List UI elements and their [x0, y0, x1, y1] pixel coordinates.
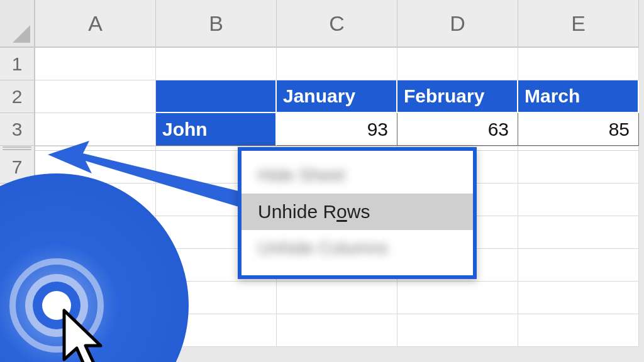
cell-d2-header-feb[interactable]: February [397, 80, 518, 113]
row-head-3[interactable]: 3 [0, 113, 35, 146]
column-headers: A B C D E [35, 0, 639, 48]
cell-a2[interactable] [35, 80, 156, 113]
cell-e7[interactable] [518, 151, 639, 184]
grid-row-3: John 93 63 85 [35, 113, 639, 146]
gap-a [35, 146, 156, 151]
cell-d-blank3[interactable] [397, 282, 518, 314]
hidden-rows-indicator[interactable] [0, 146, 35, 151]
col-head-b[interactable]: B [156, 0, 277, 48]
select-all-corner[interactable] [0, 0, 35, 48]
cell-c3-value[interactable]: 93 [277, 113, 397, 146]
row-head-2[interactable]: 2 [0, 80, 35, 113]
cell-b3-name[interactable]: John [156, 113, 277, 146]
menu-label-suffix: ws [347, 201, 370, 222]
col-head-a[interactable]: A [35, 0, 156, 48]
menu-item-hide-sheet[interactable]: Hide Sheet [242, 157, 473, 194]
cell-e-blank4[interactable] [518, 314, 639, 347]
menu-item-unhide-columns[interactable]: Unhide Columns [242, 230, 473, 266]
col-head-c[interactable]: C [277, 0, 397, 48]
menu-label-prefix: Unhide R [258, 201, 336, 222]
col-head-e[interactable]: E [518, 0, 639, 48]
select-all-triangle-icon [13, 25, 30, 43]
cursor-icon [57, 305, 132, 362]
cell-c1[interactable] [277, 48, 397, 80]
context-menu: Hide Sheet Unhide Rows Unhide Columns [238, 147, 477, 279]
cell-a3[interactable] [35, 113, 156, 146]
gap-e [518, 146, 639, 151]
menu-label-underline: o [336, 201, 347, 222]
cell-a1[interactable] [35, 48, 156, 80]
cell-c2-header-jan[interactable]: January [277, 80, 397, 113]
cell-e1[interactable] [518, 48, 639, 80]
cell-e8[interactable] [518, 184, 639, 216]
grid-row-2: January February March [35, 80, 639, 113]
cell-e-blank2[interactable] [518, 249, 639, 282]
cell-b2-header-blank[interactable] [156, 80, 277, 113]
grid-row-1 [35, 48, 639, 80]
cell-d3-value[interactable]: 63 [397, 113, 518, 146]
row-head-1[interactable]: 1 [0, 48, 35, 80]
cell-e-blank[interactable] [518, 216, 639, 249]
spreadsheet-viewport: A B C D E 1 2 3 7 8 . . . . January Febr… [0, 0, 644, 362]
menu-item-unhide-rows[interactable]: Unhide Rows [242, 194, 473, 230]
col-head-d[interactable]: D [397, 0, 518, 48]
cell-b1[interactable] [156, 48, 277, 80]
cell-c-blank3[interactable] [277, 282, 397, 314]
cell-e2-header-mar[interactable]: March [518, 80, 639, 113]
cell-c-blank4[interactable] [277, 314, 397, 347]
menu-item-label: Unhide Rows [258, 201, 370, 222]
cell-d-blank4[interactable] [397, 314, 518, 347]
cell-e3-value[interactable]: 85 [518, 113, 639, 146]
cell-e-blank3[interactable] [518, 282, 639, 314]
cell-d1[interactable] [397, 48, 518, 80]
